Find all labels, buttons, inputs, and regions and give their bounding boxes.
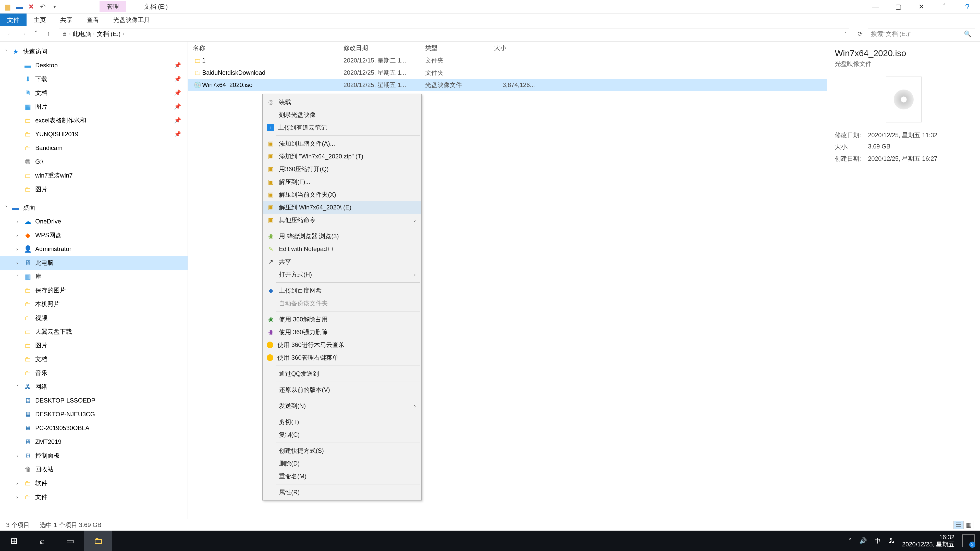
qat-save-icon[interactable]: ▬ [15,3,24,11]
tree-netpc[interactable]: 🖥DESKTOP-NJEU3CG [0,407,188,421]
view-details-button[interactable]: ☰ [953,521,964,529]
tree-files[interactable]: ›🗀文件 [0,490,188,504]
ctx-cut[interactable]: 剪切(T) [263,416,421,428]
action-center-icon[interactable] [962,534,975,547]
tray-volume-icon[interactable]: 🔊 [859,537,867,545]
nav-back-button[interactable]: ← [5,29,15,39]
tray-overflow-icon[interactable]: ˄ [849,537,852,545]
tree-netpc[interactable]: 🖥PC-20190530OBLA [0,421,188,435]
refresh-button[interactable]: ⟳ [855,29,865,39]
breadcrumb[interactable]: 此电脑 [73,30,91,38]
ctx-manage360[interactable]: 使用 360管理右键菜单 [263,351,421,364]
qat-dropdown-icon[interactable]: ▾ [51,3,59,11]
address-bar[interactable]: 🖥 › 此电脑 › 文档 (E:) › ˅ [59,29,850,39]
tree-bandicam[interactable]: 🗀Bandicam [0,141,188,155]
tray-ime[interactable]: 中 [875,537,881,545]
ctx-openwith[interactable]: 打开方式(H)› [263,268,421,281]
tree-videos[interactable]: 🗀视频 [0,311,188,325]
tree-netpc[interactable]: 🖥ZMT2019 [0,435,188,449]
tree-pictures2[interactable]: 🗀图片 [0,183,188,196]
nav-forward-button[interactable]: → [18,29,28,39]
tree-win7[interactable]: 🗀win7重装win7 [0,168,188,183]
ribbon-toggle-icon[interactable]: ˄ [939,2,950,12]
tree-wps[interactable]: ›◆WPS网盘 [0,228,188,242]
tree-libsmusic[interactable]: 🗀音乐 [0,366,188,380]
ctx-bee[interactable]: ◉用 蜂蜜浏览器 浏览(3) [263,230,421,243]
ctx-npp[interactable]: ✎Edit with Notepad++ [263,243,421,256]
ctx-burn[interactable]: 刻录光盘映像 [263,108,421,121]
qat-undo-icon[interactable]: ↶ [39,3,47,11]
col-type[interactable]: 类型 [425,44,494,52]
ribbon-tab-share[interactable]: 共享 [53,14,80,26]
maximize-button[interactable]: ▢ [893,2,904,12]
tree-onedrive[interactable]: ›☁OneDrive [0,214,188,228]
ctx-addzip[interactable]: ▣添加到压缩文件(A)... [263,137,421,150]
tray-network-icon[interactable]: 🖧 [888,537,894,545]
ctx-copy[interactable]: 复制(C) [263,428,421,441]
tree-recycle[interactable]: 🗑回收站 [0,462,188,476]
ctx-bdp[interactable]: ◆上传到百度网盘 [263,284,421,297]
ctx-sendto[interactable]: 发送到(N)› [263,400,421,412]
tree-libspics[interactable]: 🗀图片 [0,338,188,352]
tree-pictures[interactable]: ▦图片📌 [0,100,188,114]
view-icons-button[interactable]: ▦ [964,521,974,529]
ctx-unlock360[interactable]: ◉使用 360解除占用 [263,313,421,326]
tree-thispc[interactable]: ›🖥此电脑 [0,256,188,270]
list-item[interactable]: 🗀 BaiduNetdiskDownload 2020/12/25, 星期五 1… [188,67,827,79]
ctx-forcedel[interactable]: ◉使用 360强力删除 [263,326,421,338]
ribbon-tab-view[interactable]: 查看 [80,14,106,26]
ctx-rename[interactable]: 重命名(M) [263,470,421,483]
tree-cpanel[interactable]: ›⚙控制面板 [0,449,188,462]
nav-history-dropdown[interactable]: ˅ [30,29,41,39]
ctx-extracthere[interactable]: ▣解压到当前文件夹(X) [263,188,421,201]
ctx-mount[interactable]: ◎装载 [263,96,421,108]
tree-gdrive[interactable]: ⛃G:\ [0,155,188,168]
tree-desktop2[interactable]: ˅▬桌面 [0,201,188,214]
ctx-youdao[interactable]: ↑上传到有道云笔记 [263,121,421,134]
tree-savedpics[interactable]: 🗀保存的图片 [0,283,188,297]
ctx-qqsend[interactable]: 通过QQ发送到 [263,367,421,380]
ctx-shortcut[interactable]: 创建快捷方式(S) [263,445,421,457]
ctx-props[interactable]: 属性(R) [263,486,421,499]
nav-up-button[interactable]: ↑ [43,29,54,39]
ctx-restore[interactable]: 还原以前的版本(V) [263,383,421,396]
ctx-open360[interactable]: ▣用360压缩打开(Q) [263,163,421,176]
ribbon-tab-disc-tools[interactable]: 光盘映像工具 [106,14,157,26]
tree-documents[interactable]: 🗎文档📌 [0,86,188,100]
tree-desktop[interactable]: ▬Desktop📌 [0,59,188,72]
tree-admin[interactable]: ›👤Administrator [0,242,188,256]
start-button[interactable]: ⊞ [0,530,28,551]
ctx-othercomp[interactable]: ▣其他压缩命令› [263,214,421,227]
ctx-share[interactable]: ↗共享 [263,256,421,268]
minimize-button[interactable]: — [870,2,880,12]
ctx-delete[interactable]: 删除(D) [263,457,421,470]
col-size[interactable]: 大小 [494,44,540,52]
ribbon-tab-file[interactable]: 文件 [0,14,27,26]
taskbar-clock[interactable]: 16:32 2020/12/25, 星期五 [902,534,955,548]
col-date[interactable]: 修改日期 [344,44,425,52]
tree-libraries[interactable]: ˅▥库 [0,270,188,283]
tree-quick-access[interactable]: ˅★快速访问 [0,44,188,59]
taskbar-explorer[interactable]: 🗀 [84,530,112,551]
ctx-trojan[interactable]: 使用 360进行木马云查杀 [263,338,421,351]
ctx-addzip2[interactable]: ▣添加到 "Win7x64_2020.zip" (T) [263,150,421,163]
search-input[interactable]: 搜索"文档 (E:)" 🔍 [868,29,975,39]
contextual-tab-manage[interactable]: 管理 [100,1,126,12]
tree-excel[interactable]: 🗀excel表格制作求和📌 [0,114,188,127]
qat-delete-icon[interactable]: ✕ [27,3,35,11]
tree-tianyi[interactable]: 🗀天翼云盘下载 [0,325,188,338]
ribbon-tab-home[interactable]: 主页 [27,14,53,26]
taskbar-taskview[interactable]: ▭ [56,530,84,551]
taskbar-search[interactable]: ⌕ [28,530,56,551]
ctx-extractto[interactable]: ▣解压到(F)... [263,176,421,188]
tree-libsdocs[interactable]: 🗀文档 [0,352,188,366]
list-item[interactable]: 💿 Win7x64_2020.iso 2020/12/25, 星期五 1... … [188,79,827,91]
tree-software[interactable]: ›🗀软件 [0,476,188,490]
ctx-extractname[interactable]: ▣解压到 Win7x64_2020\ (E) [263,201,421,214]
help-icon[interactable]: ? [962,2,972,12]
tree-camroll[interactable]: 🗀本机照片 [0,297,188,311]
tree-yunqishi[interactable]: 🗀YUNQISHI2019📌 [0,127,188,141]
address-dropdown-icon[interactable]: ˅ [844,31,846,37]
tree-downloads[interactable]: ⬇下载📌 [0,72,188,86]
col-name[interactable]: 名称 [193,44,344,52]
